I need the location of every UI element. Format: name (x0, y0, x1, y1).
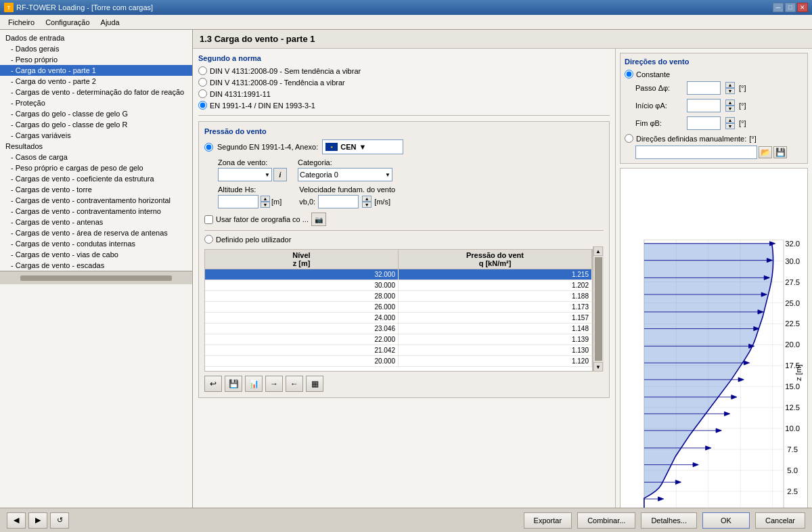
sidebar-item-escadas[interactable]: - Cargas de vento - escadas (0, 260, 192, 271)
fim-input[interactable]: 360.00 (687, 116, 721, 130)
zona-categoria-row: Zona de vento: ▼ i Categoria: (218, 158, 604, 181)
sidebar-item-dados-gerais[interactable]: - Dados gerais (0, 43, 192, 54)
exportar-button[interactable]: Exportar (524, 512, 572, 529)
menu-ficheiro[interactable]: Ficheiro (3, 17, 40, 28)
sidebar-item-reserva-antenas[interactable]: - Cargas de vento - área de reserva de a… (0, 227, 192, 238)
fim-spin-up[interactable]: ▲ (725, 117, 735, 123)
svg-text:20.0: 20.0 (785, 340, 800, 349)
wind-chart: 0.0 0.25 0.5 0.75 1.0 1.2 [kN/m²] 0.0 2.… (620, 168, 808, 508)
svg-text:30.0: 30.0 (785, 257, 800, 265)
eu-flag-icon: ★ (325, 143, 338, 151)
ok-button[interactable]: OK (702, 512, 750, 529)
sidebar-item-antenas[interactable]: - Cargas de vento - antenas (0, 217, 192, 227)
minimize-button[interactable]: ─ (773, 3, 784, 12)
inicio-spin-up[interactable]: ▲ (725, 99, 735, 106)
manual-input[interactable]: 0;15;30;45;60;75;90;105;120;135;150;165;… (635, 146, 757, 159)
sidebar-item-carga-vento-2[interactable]: - Carga do vento - parte 2 (0, 76, 192, 87)
sidebar-item-coef-estrutura[interactable]: - Cargas de vento - coeficiente da estru… (0, 173, 192, 184)
toolbar-import-button[interactable]: ← (286, 376, 303, 392)
toolbar-graph-button[interactable]: 📊 (245, 376, 263, 392)
toolbar-export-button[interactable]: → (265, 376, 283, 392)
menu-ajuda[interactable]: Ajuda (95, 17, 125, 28)
svg-text:32.0: 32.0 (785, 240, 800, 248)
passo-input[interactable]: 15.00 (687, 81, 721, 95)
vel-spin-down[interactable]: ▼ (362, 202, 371, 208)
definido-row[interactable]: Definido pelo utilizador (204, 235, 604, 244)
sidebar-item-protecao[interactable]: - Proteção (0, 97, 192, 108)
nav-back-button[interactable]: ◀ (7, 512, 26, 529)
cancelar-button[interactable]: Cancelar (755, 512, 805, 529)
passo-spin-down[interactable]: ▼ (725, 88, 735, 94)
table-row[interactable]: 22.000 1.139 (205, 334, 592, 345)
altitude-veloc-row: Altitude Hs: ▲ ▼ [m] Veloci (218, 185, 604, 208)
constante-row[interactable]: Constante (625, 70, 803, 79)
combinar-button[interactable]: Combinar... (577, 512, 635, 529)
altitude-input[interactable] (218, 195, 258, 208)
close-button[interactable]: ✕ (797, 3, 808, 12)
table-row[interactable]: 32.000 1.215 (205, 269, 592, 280)
norma-option-4[interactable]: EN 1991-1-4 / DIN EN 1993-3-1 (198, 101, 610, 110)
constante-radio[interactable] (625, 70, 633, 79)
nav-forward-button[interactable]: ▶ (28, 512, 47, 529)
table-row[interactable]: 23.046 1.148 (205, 324, 592, 334)
passo-unit: [°] (739, 84, 746, 92)
sidebar-item-peso-gelo[interactable]: - Peso próprio e cargas de peso de gelo (0, 162, 192, 173)
zona-info-button[interactable]: i (273, 168, 287, 181)
sidebar-item-gelo-g[interactable]: - Cargas do gelo - classe de gelo G (0, 108, 192, 119)
table-row[interactable]: 30.000 1.202 (205, 280, 592, 291)
maximize-button[interactable]: □ (785, 3, 796, 12)
usar-fator-checkbox[interactable] (204, 215, 213, 224)
altitude-spin-up[interactable]: ▲ (261, 196, 270, 202)
sidebar-item-peso-proprio[interactable]: - Peso próprio (0, 54, 192, 65)
table-row[interactable]: 24.000 1.157 (205, 313, 592, 324)
sidebar-item-condutas[interactable]: - Cargas de vento - condutas internas (0, 238, 192, 249)
menu-configuracao[interactable]: Configuração (40, 17, 95, 28)
inicio-spin-down[interactable]: ▼ (725, 106, 735, 112)
inicio-row: Início φA: 0.00 ▲ ▼ [°] (635, 99, 803, 112)
fim-spin-down[interactable]: ▼ (725, 123, 735, 129)
table-body[interactable]: 32.000 1.215 30.000 1.202 28.000 1.188 (205, 269, 592, 371)
sidebar-item-carga-vento-1[interactable]: - Carga do vento - parte 1 (0, 65, 192, 76)
sidebar-item-cargas-variaveis[interactable]: - Cargas variáveis (0, 130, 192, 141)
sidebar-item-gelo-r[interactable]: - Cargas do gelo - classe de gelo R (0, 119, 192, 130)
detalhes-button[interactable]: Detalhes... (641, 512, 697, 529)
sidebar-item-contra-interno[interactable]: - Cargas de vento - contraventamento int… (0, 206, 192, 217)
table-row[interactable]: 28.000 1.188 (205, 291, 592, 302)
fator-camera-button[interactable]: 📷 (311, 213, 326, 226)
norma-option-3[interactable]: DIN 4131:1991-11 (198, 89, 610, 98)
norma-option-1[interactable]: DIN V 4131:2008-09 - Sem tendência a vib… (198, 66, 610, 75)
passo-spin-up[interactable]: ▲ (725, 82, 735, 88)
manual-radio[interactable] (625, 134, 633, 143)
table-row[interactable]: 21.042 1.130 (205, 345, 592, 356)
table-row[interactable]: 26.000 1.173 (205, 302, 592, 313)
en-radio[interactable] (204, 143, 213, 152)
refresh-button[interactable]: ↺ (50, 512, 69, 529)
sidebar-item-cargas-fator[interactable]: - Cargas de vento - determinação do fato… (0, 87, 192, 97)
categoria-value: Categoria 0 (300, 171, 338, 179)
manual-save-button[interactable]: 💾 (773, 146, 787, 158)
sidebar-item-contra-horiz[interactable]: - Cargas de vento - contraventamento hor… (0, 195, 192, 206)
sidebar-item-dados-entrada[interactable]: Dados de entrada (0, 32, 192, 43)
manual-load-button[interactable]: 📂 (759, 146, 772, 158)
categoria-dropdown[interactable]: Categoria 0 ▼ (298, 168, 392, 181)
altitude-spin-down[interactable]: ▼ (261, 202, 270, 208)
altitude-unit: [m] (271, 198, 281, 206)
sidebar-item-casos-carga[interactable]: - Casos de carga (0, 152, 192, 162)
sidebar-item-resultados[interactable]: Resultados (0, 141, 192, 152)
table-row[interactable]: 20.000 1.120 (205, 356, 592, 367)
vel-unit: [m/s] (374, 198, 390, 206)
toolbar-undo-button[interactable]: ↩ (204, 376, 222, 392)
toolbar-table-button[interactable]: ▦ (306, 376, 323, 392)
toolbar-save-button[interactable]: 💾 (225, 376, 242, 392)
sidebar-item-vento-torre[interactable]: - Cargas de vento - torre (0, 184, 192, 195)
sidebar-item-vias-cabo[interactable]: - Cargas de vento - vias de cabo (0, 249, 192, 260)
vel-input[interactable]: 23.0 (318, 195, 359, 208)
definido-radio[interactable] (204, 235, 213, 244)
norma-option-2[interactable]: DIN V 4131:2008-09 - Tendência a vibrar (198, 78, 610, 87)
table-scrollbar[interactable]: ▲ ▼ (593, 246, 604, 372)
cen-dropdown[interactable]: ★ CEN ▼ (322, 139, 403, 154)
inicio-input[interactable]: 0.00 (687, 99, 721, 112)
manual-row[interactable]: Direções definidas manualmente: [°] (625, 134, 803, 143)
vel-spin-up[interactable]: ▲ (362, 196, 371, 202)
zona-dropdown[interactable]: ▼ (218, 168, 272, 181)
